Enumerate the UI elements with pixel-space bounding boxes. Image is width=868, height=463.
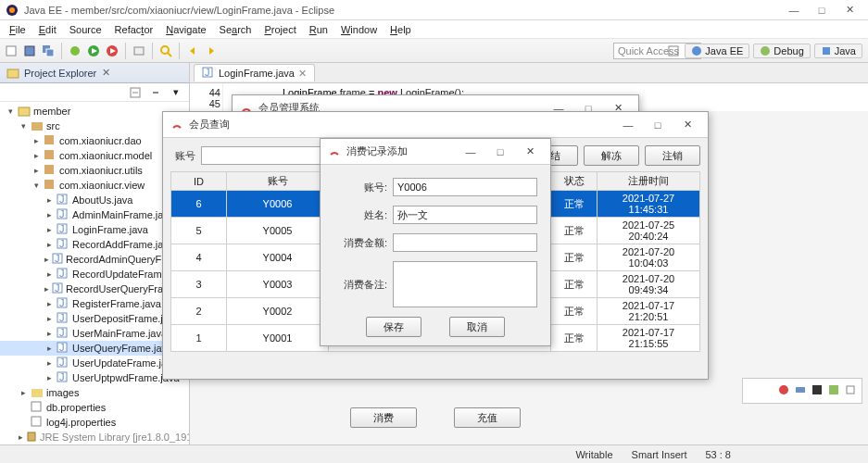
recharge-button[interactable]: 充值 — [454, 407, 521, 428]
java-file-icon: J — [57, 194, 69, 206]
run-icon[interactable] — [86, 44, 101, 58]
tree-project[interactable]: ▾member — [0, 104, 189, 119]
tree-pkg-view[interactable]: ▾com.xiaoniucr.view — [0, 178, 189, 193]
th-regtime[interactable]: 注册时间 — [598, 172, 700, 191]
project-explorer-tab[interactable]: Project Explorer ✕ — [0, 63, 189, 83]
name-label: 姓名: — [333, 208, 387, 222]
menu-file[interactable]: File — [4, 22, 31, 37]
th-status[interactable]: 状态 — [551, 172, 598, 191]
record-add-titlebar[interactable]: 消费记录添加 —□✕ — [321, 139, 550, 165]
tree-file[interactable]: ▸JUserDepositFrame.java — [0, 311, 189, 326]
record-add-window[interactable]: 消费记录添加 —□✕ 账号: 姓名: 消费金额: 消费备注: 保存 取消 — [320, 138, 551, 346]
svg-rect-25 — [44, 135, 54, 144]
tree-pkg-dao[interactable]: ▸com.xiaoniucr.dao — [0, 133, 189, 148]
menu-navigate[interactable]: Navigate — [160, 22, 211, 37]
svg-text:J: J — [59, 357, 65, 368]
restore-icon[interactable] — [845, 384, 858, 397]
amount-field[interactable] — [393, 233, 537, 252]
editor-tab-loginframe[interactable]: J LoginFrame.java ✕ — [194, 64, 315, 81]
tree-dbprops[interactable]: db.properties — [0, 400, 189, 415]
menubar: File Edit Source Refactor Navigate Searc… — [0, 20, 868, 39]
tree-file[interactable]: ▸JLoginFrame.java — [0, 222, 189, 237]
tree-file[interactable]: ▸JAdminMainFrame.java — [0, 207, 189, 222]
view-menu-icon[interactable]: ▾ — [169, 85, 183, 100]
remark-field[interactable] — [393, 261, 537, 307]
th-account[interactable]: 账号 — [227, 172, 329, 191]
member-query-titlebar[interactable]: 会员查询 —□✕ — [163, 112, 708, 138]
svg-point-1 — [9, 7, 15, 13]
tasks-icon[interactable] — [828, 384, 841, 397]
maximize-button[interactable]: □ — [809, 2, 835, 19]
perspective-javaee[interactable]: Java EE — [685, 44, 749, 58]
perspective-debug[interactable]: Debug — [753, 44, 810, 58]
tree-file[interactable]: ▸JUserUptpwdFrame.java — [0, 370, 189, 385]
max-icon[interactable]: □ — [487, 144, 513, 160]
tree-log4jprops[interactable]: log4j.properties — [0, 415, 189, 430]
menu-run[interactable]: Run — [304, 22, 333, 37]
close-icon[interactable]: ✕ — [674, 117, 700, 133]
tree-pkg-utils[interactable]: ▸com.xiaoniucr.utils — [0, 163, 189, 178]
name-field[interactable] — [393, 206, 537, 224]
collapse-all-icon[interactable] — [128, 85, 143, 100]
package-icon — [44, 149, 57, 162]
back-icon[interactable] — [185, 44, 200, 58]
logout-button[interactable]: 注销 — [645, 145, 700, 166]
tree-file[interactable]: ▸JRecordAddFrame.java — [0, 237, 189, 252]
min-icon[interactable]: — — [458, 144, 484, 160]
tree-file[interactable]: ▸JUserQueryFrame.java — [0, 341, 189, 356]
tab-close-icon[interactable]: ✕ — [298, 68, 307, 80]
tree-file[interactable]: ▸JRegisterFrame.java — [0, 296, 189, 311]
view-close-icon[interactable]: ✕ — [102, 67, 110, 79]
new-icon[interactable] — [4, 44, 19, 58]
console-icon[interactable] — [811, 384, 824, 397]
save-icon[interactable] — [22, 44, 37, 58]
account-input[interactable] — [201, 146, 338, 165]
unfreeze-button[interactable]: 解冻 — [584, 145, 639, 166]
max-icon[interactable]: □ — [645, 117, 671, 133]
link-editor-icon[interactable] — [148, 85, 163, 100]
tree-file[interactable]: ▸JUserMainFrame.java — [0, 326, 189, 341]
forward-icon[interactable] — [204, 44, 219, 58]
perspective-java[interactable]: Java — [814, 44, 862, 58]
run-last-icon[interactable] — [105, 44, 120, 58]
tree-file[interactable]: ▸JRecordUpdateFrame.java — [0, 267, 189, 282]
close-button[interactable]: ✕ — [837, 2, 862, 19]
tree-images[interactable]: ▸images — [0, 385, 189, 400]
tree-pkg-model[interactable]: ▸com.xiaoniucr.model — [0, 148, 189, 163]
tree-src[interactable]: ▾src — [0, 119, 189, 133]
tree-file[interactable]: ▸JRecordAdminQueryFrame.java — [0, 252, 189, 267]
debug-icon[interactable] — [68, 44, 82, 58]
save-all-icon[interactable] — [41, 44, 56, 58]
tree-file[interactable]: ▸JUserUpdateFrame.java — [0, 356, 189, 370]
cancel-button[interactable]: 取消 — [449, 317, 505, 337]
editor-tab-label: LoginFrame.java — [219, 68, 295, 79]
perspective-switcher: Java EE Debug Java — [666, 44, 862, 58]
minimize-button[interactable]: — — [781, 2, 807, 19]
menu-project[interactable]: Project — [258, 22, 301, 37]
save-button[interactable]: 保存 — [366, 317, 421, 337]
menu-window[interactable]: Window — [335, 22, 383, 37]
menu-refactor[interactable]: Refactor — [109, 22, 159, 37]
menu-search[interactable]: Search — [214, 22, 258, 37]
account-field[interactable] — [393, 178, 537, 196]
problems-icon[interactable] — [778, 384, 791, 397]
package-icon — [44, 164, 57, 177]
menu-source[interactable]: Source — [64, 22, 107, 37]
servers-icon[interactable] — [795, 384, 808, 397]
tree-file[interactable]: ▸JRecordUserQueryFrame.java — [0, 282, 189, 296]
menu-edit[interactable]: Edit — [33, 22, 62, 37]
consume-button[interactable]: 消费 — [350, 407, 417, 428]
java-file-icon: J — [57, 297, 69, 310]
new-server-icon[interactable] — [132, 44, 146, 58]
close-icon[interactable]: ✕ — [517, 144, 543, 160]
editor-tabs: J LoginFrame.java ✕ — [190, 63, 868, 83]
tree-file[interactable]: ▸JAboutUs.java — [0, 193, 189, 207]
menu-help[interactable]: Help — [384, 22, 417, 37]
project-tree[interactable]: ▾member ▾src ▸com.xiaoniucr.dao ▸com.xia… — [0, 102, 189, 444]
open-perspective-icon[interactable] — [666, 44, 681, 58]
status-writable: Writable — [575, 449, 612, 460]
th-id[interactable]: ID — [171, 172, 227, 191]
tree-lib[interactable]: ▸JRE System Library [jre1.8.0_191] — [0, 430, 189, 444]
min-icon[interactable]: — — [615, 117, 641, 133]
search-icon[interactable] — [158, 44, 173, 58]
